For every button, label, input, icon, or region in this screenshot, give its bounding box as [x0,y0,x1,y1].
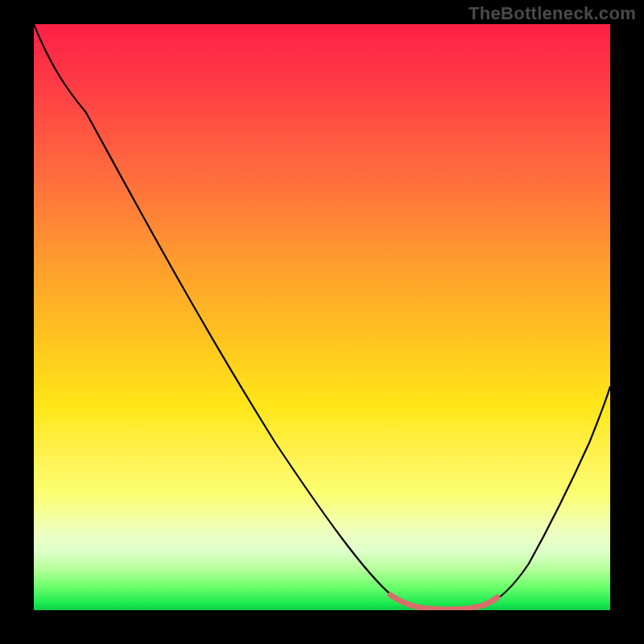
watermark-text: TheBottleneck.com [469,3,636,24]
chart-container: TheBottleneck.com [0,0,644,644]
bottleneck-curve [34,24,610,609]
plot-area [34,24,610,610]
curve-svg [34,24,610,610]
bottleneck-highlight [390,595,497,609]
